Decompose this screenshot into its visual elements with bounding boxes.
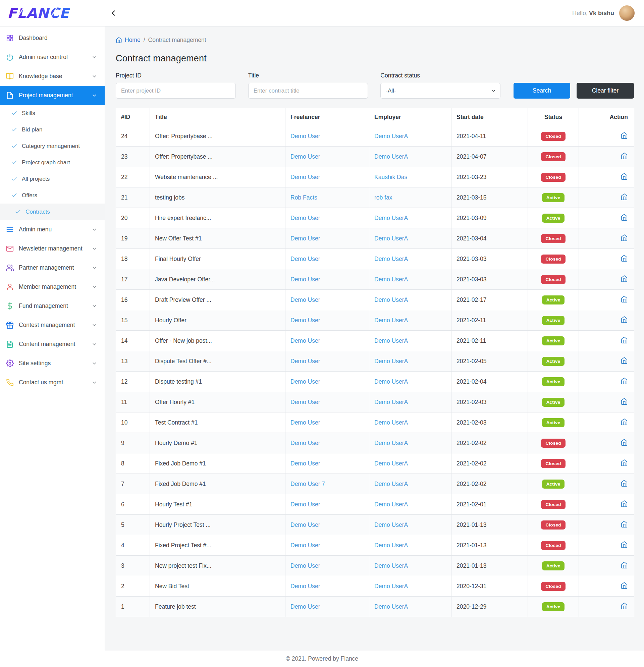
home-action-icon[interactable] <box>621 295 628 303</box>
employer-link[interactable]: Demo UserA <box>374 521 408 528</box>
home-action-icon[interactable] <box>621 500 628 507</box>
sidebar-item-contracts[interactable]: Contracts <box>0 204 104 220</box>
home-action-icon[interactable] <box>621 459 628 467</box>
home-action-icon[interactable] <box>621 255 628 262</box>
employer-link[interactable]: Demo UserA <box>374 419 408 426</box>
sidebar-item-category-management[interactable]: Category management <box>0 138 104 154</box>
home-action-icon[interactable] <box>621 398 628 405</box>
sidebar-collapse-button[interactable] <box>108 7 119 19</box>
freelancer-link[interactable]: Demo User <box>290 440 320 446</box>
freelancer-link[interactable]: Demo User <box>290 256 320 262</box>
home-action-icon[interactable] <box>621 316 628 323</box>
freelancer-link[interactable]: Demo User 7 <box>290 481 325 487</box>
home-action-icon[interactable] <box>621 336 628 344</box>
sidebar-item-contact-us-mgmt[interactable]: Contact us mgmt. <box>0 373 104 392</box>
home-action-icon[interactable] <box>621 173 628 180</box>
home-action-icon[interactable] <box>621 439 628 446</box>
employer-link[interactable]: Demo UserA <box>374 358 408 364</box>
employer-link[interactable]: Demo UserA <box>374 399 408 405</box>
employer-link[interactable]: Demo UserA <box>374 378 408 385</box>
home-action-icon[interactable] <box>621 479 628 487</box>
sidebar-item-all-projects[interactable]: All projects <box>0 171 104 187</box>
freelancer-link[interactable]: Demo User <box>290 542 320 549</box>
sidebar-item-partner-management[interactable]: Partner management <box>0 258 104 277</box>
clear-filter-button[interactable]: Clear filter <box>577 83 634 99</box>
sidebar-item-skills[interactable]: Skills <box>0 105 104 121</box>
home-action-icon[interactable] <box>621 193 628 200</box>
employer-link[interactable]: Demo UserA <box>374 337 408 344</box>
sidebar-item-newsletter-management[interactable]: Newsletter management <box>0 239 104 258</box>
freelancer-link[interactable]: Demo User <box>290 215 320 221</box>
employer-link[interactable]: Demo UserA <box>374 133 408 140</box>
home-action-icon[interactable] <box>621 214 628 221</box>
sidebar-item-project-graph-chart[interactable]: Project graph chart <box>0 154 104 171</box>
home-action-icon[interactable] <box>621 357 628 364</box>
sidebar-item-content-management[interactable]: Content management <box>0 335 104 354</box>
employer-link[interactable]: Demo UserA <box>374 460 408 467</box>
freelancer-link[interactable]: Demo User <box>290 235 320 242</box>
search-button[interactable]: Search <box>514 83 570 99</box>
sidebar-item-admin-menu[interactable]: Admin menu <box>0 220 104 239</box>
home-action-icon[interactable] <box>621 275 628 282</box>
employer-link[interactable]: Demo UserA <box>374 563 408 569</box>
freelancer-link[interactable]: Demo User <box>290 563 320 569</box>
home-action-icon[interactable] <box>621 582 628 589</box>
employer-link[interactable]: Kaushik Das <box>374 174 407 180</box>
sidebar-item-knowledge-base[interactable]: Knowledge base <box>0 67 104 86</box>
employer-link[interactable]: Demo UserA <box>374 276 408 283</box>
home-action-icon[interactable] <box>621 418 628 425</box>
home-action-icon[interactable] <box>621 152 628 160</box>
home-action-icon[interactable] <box>621 377 628 385</box>
sidebar-item-member-management[interactable]: Member management <box>0 277 104 296</box>
contract-status-select[interactable]: -All- <box>380 83 500 99</box>
employer-link[interactable]: Demo UserA <box>374 583 408 589</box>
home-action-icon[interactable] <box>621 602 628 609</box>
employer-link[interactable]: Demo UserA <box>374 317 408 324</box>
home-action-icon[interactable] <box>621 541 628 548</box>
employer-link[interactable]: Demo UserA <box>374 256 408 262</box>
freelancer-link[interactable]: Demo User <box>290 153 320 160</box>
home-action-icon[interactable] <box>621 132 628 139</box>
freelancer-link[interactable]: Demo User <box>290 276 320 283</box>
freelancer-link[interactable]: Demo User <box>290 317 320 324</box>
employer-link[interactable]: rob fax <box>374 194 392 201</box>
freelancer-link[interactable]: Demo User <box>290 399 320 405</box>
freelancer-link[interactable]: Demo User <box>290 296 320 303</box>
home-action-icon[interactable] <box>621 234 628 242</box>
freelancer-link[interactable]: Demo User <box>290 174 320 180</box>
freelancer-link[interactable]: Demo User <box>290 133 320 140</box>
employer-link[interactable]: Demo UserA <box>374 215 408 221</box>
employer-link[interactable]: Demo UserA <box>374 481 408 487</box>
employer-link[interactable]: Demo UserA <box>374 542 408 549</box>
freelancer-link[interactable]: Demo User <box>290 521 320 528</box>
freelancer-link[interactable]: Demo User <box>290 460 320 467</box>
breadcrumb-home-link[interactable]: Home <box>116 36 141 44</box>
freelancer-link[interactable]: Demo User <box>290 358 320 364</box>
contract-title-input[interactable] <box>248 83 368 99</box>
sidebar-item-fund-management[interactable]: Fund management <box>0 296 104 315</box>
sidebar-item-bid-plan[interactable]: Bid plan <box>0 121 104 138</box>
employer-link[interactable]: Demo UserA <box>374 440 408 446</box>
freelancer-link[interactable]: Demo User <box>290 603 320 610</box>
sidebar-item-dashboard[interactable]: Dashboard <box>0 29 104 48</box>
sidebar-item-admin-user-control[interactable]: Admin user control <box>0 48 104 67</box>
freelancer-link[interactable]: Demo User <box>290 337 320 344</box>
freelancer-link[interactable]: Demo User <box>290 501 320 508</box>
freelancer-link[interactable]: Demo User <box>290 583 320 589</box>
freelancer-link[interactable]: Demo User <box>290 378 320 385</box>
flance-logo[interactable]: FLANCE <box>7 5 80 21</box>
home-action-icon[interactable] <box>621 520 628 528</box>
employer-link[interactable]: Demo UserA <box>374 153 408 160</box>
home-action-icon[interactable] <box>621 562 628 569</box>
employer-link[interactable]: Demo UserA <box>374 296 408 303</box>
avatar[interactable] <box>619 5 634 21</box>
project-id-input[interactable] <box>116 83 236 99</box>
sidebar-item-offers[interactable]: Offers <box>0 187 104 204</box>
employer-link[interactable]: Demo UserA <box>374 235 408 242</box>
sidebar-item-contest-management[interactable]: Contest management <box>0 315 104 335</box>
freelancer-link[interactable]: Demo User <box>290 419 320 426</box>
employer-link[interactable]: Demo UserA <box>374 501 408 508</box>
sidebar-item-project-management[interactable]: Project management <box>0 86 104 105</box>
sidebar-item-site-settings[interactable]: Site settings <box>0 354 104 373</box>
freelancer-link[interactable]: Rob Facts <box>290 194 317 201</box>
